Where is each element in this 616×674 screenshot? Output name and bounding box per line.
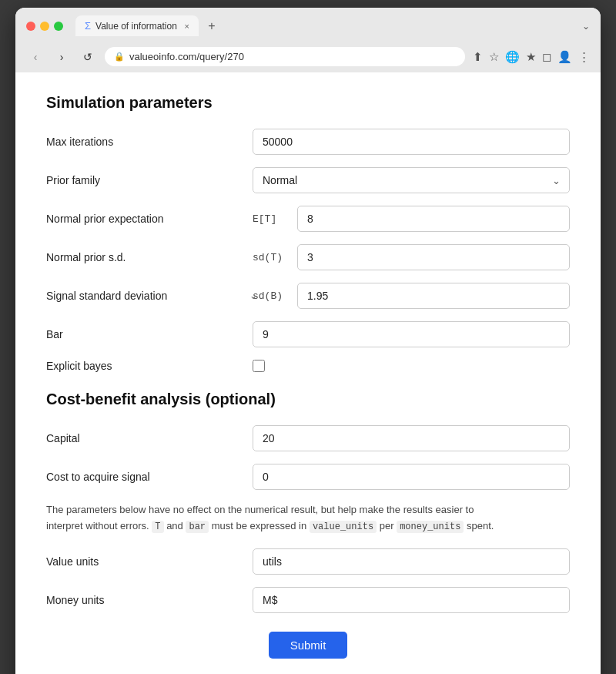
info-code-bar: bar	[186, 521, 209, 533]
submit-button[interactable]: Submit	[269, 632, 348, 659]
money-units-row: Money units	[46, 587, 570, 613]
close-button[interactable]	[26, 22, 35, 31]
tab-icon: Σ	[85, 20, 91, 32]
cost-signal-row: Cost to acquire signal	[46, 464, 570, 490]
submit-row: Submit	[46, 632, 570, 659]
back-button[interactable]: ‹	[26, 48, 45, 66]
fullscreen-button[interactable]	[54, 22, 63, 31]
new-tab-button[interactable]: +	[202, 16, 222, 36]
bar-label: Bar	[46, 328, 246, 340]
capital-row: Capital	[46, 425, 570, 451]
explicit-bayes-checkbox[interactable]	[253, 360, 265, 372]
tab-chevron-icon[interactable]: ⌄	[582, 21, 590, 32]
share-icon[interactable]: ⬆	[473, 50, 483, 64]
value-units-row: Value units	[46, 548, 570, 575]
page-content: Simulation parameters Max iterations Pri…	[15, 72, 601, 674]
extension-icon[interactable]: ★	[526, 50, 536, 64]
max-iterations-label: Max iterations	[46, 136, 246, 148]
info-code-T: T	[152, 521, 163, 533]
info-text-1: The parameters below have no effect on t…	[46, 504, 474, 515]
prior-family-select-wrapper: Normal Beta Gamma ⌄	[253, 167, 570, 193]
forward-button[interactable]: ›	[52, 48, 71, 66]
explicit-bayes-label: Explicit bayes	[46, 360, 246, 372]
signal-sd-input[interactable]	[297, 283, 570, 309]
traffic-lights	[26, 22, 63, 31]
cost-benefit-title: Cost-benefit analysis (optional)	[46, 391, 570, 408]
max-iterations-row: Max iterations	[46, 129, 570, 155]
cost-signal-input[interactable]	[253, 464, 570, 490]
reload-button[interactable]: ↺	[79, 48, 97, 66]
prior-expectation-input[interactable]	[297, 206, 570, 232]
capital-input[interactable]	[253, 425, 570, 451]
address-bar: ‹ › ↺ 🔒 valueoinfo.com/query/270 ⬆ ☆ 🌐 ★…	[15, 42, 601, 72]
menu-icon[interactable]: ⋮	[578, 50, 590, 64]
value-units-label: Value units	[46, 555, 246, 568]
url-text: valueoinfo.com/query/270	[129, 51, 244, 62]
info-code-value-units: value_units	[310, 521, 377, 533]
capital-label: Capital	[46, 432, 246, 444]
simulation-title: Simulation parameters	[46, 94, 570, 112]
bookmark-icon[interactable]: ☆	[489, 50, 499, 64]
bar-row: Bar	[46, 321, 570, 347]
signal-sd-label: Signal standard deviation	[46, 290, 246, 302]
prior-sd-eq: sd(T)	[253, 252, 291, 263]
prior-expectation-row: Normal prior expectation E[T]	[46, 206, 570, 232]
signal-sd-row: Signal standard deviation ⌄ sd(B)	[46, 283, 570, 309]
simulation-section: Simulation parameters Max iterations Pri…	[46, 94, 570, 372]
minimize-button[interactable]	[40, 22, 49, 31]
info-code-money-units: money_units	[397, 521, 464, 533]
max-iterations-input[interactable]	[253, 129, 570, 155]
prior-expectation-label: Normal prior expectation	[46, 213, 246, 225]
prior-sd-input[interactable]	[297, 244, 570, 270]
info-text-4: must be expressed in	[212, 520, 307, 531]
info-text-5: per	[380, 520, 394, 531]
tab-title: Value of information	[95, 21, 177, 32]
translate-icon[interactable]: 🌐	[505, 50, 520, 64]
money-units-input[interactable]	[253, 587, 570, 613]
cost-benefit-section: Cost-benefit analysis (optional) Capital…	[46, 391, 570, 659]
prior-sd-label: Normal prior s.d.	[46, 251, 246, 263]
signal-sd-label-wrapper: Signal standard deviation ⌄	[46, 290, 246, 302]
toolbar-icons: ⬆ ☆ 🌐 ★ ◻ 👤 ⋮	[473, 50, 590, 64]
prior-family-label: Prior family	[46, 174, 246, 186]
explicit-bayes-row: Explicit bayes	[46, 360, 570, 372]
info-paragraph: The parameters below have no effect on t…	[46, 502, 570, 535]
bar-input[interactable]	[253, 321, 570, 347]
url-bar[interactable]: 🔒 valueoinfo.com/query/270	[105, 47, 465, 66]
signal-sd-eq: sd(B)	[253, 290, 291, 302]
profile-icon[interactable]: 👤	[557, 50, 572, 64]
info-text-3: and	[166, 520, 186, 531]
tab-bar: Σ Value of information × + ⌄	[75, 15, 590, 36]
value-units-input[interactable]	[253, 548, 570, 575]
tab-close-button[interactable]: ×	[185, 22, 189, 31]
active-tab[interactable]: Σ Value of information ×	[75, 15, 199, 36]
lock-icon: 🔒	[114, 52, 125, 62]
sidebar-icon[interactable]: ◻	[542, 50, 551, 64]
cost-signal-label: Cost to acquire signal	[46, 471, 246, 483]
info-text-2: interpret without errors.	[46, 520, 149, 531]
prior-sd-row: Normal prior s.d. sd(T)	[46, 244, 570, 270]
prior-family-select[interactable]: Normal Beta Gamma	[253, 167, 570, 193]
money-units-label: Money units	[46, 594, 246, 606]
prior-expectation-eq: E[T]	[253, 213, 291, 225]
prior-family-row: Prior family Normal Beta Gamma ⌄	[46, 167, 570, 193]
info-text-6: spent.	[467, 520, 494, 531]
